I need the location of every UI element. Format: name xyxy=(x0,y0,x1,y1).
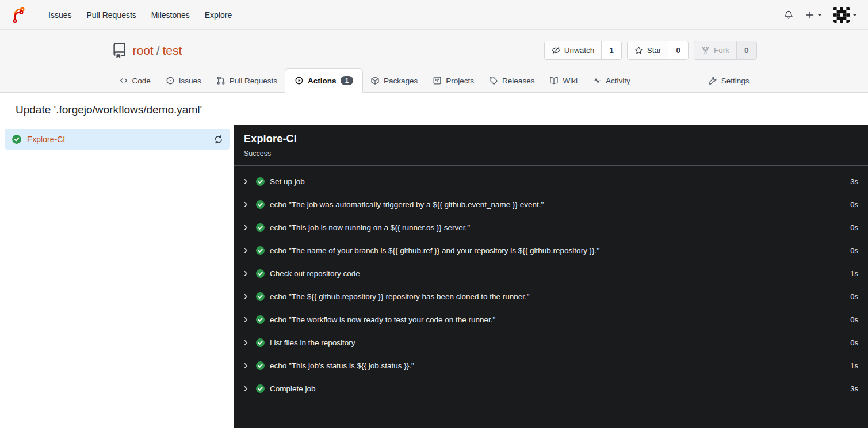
job-step-row[interactable]: echo "This job's status is ${{ job.statu… xyxy=(241,354,858,377)
plus-icon xyxy=(805,10,815,20)
step-success-check-icon xyxy=(255,361,265,371)
expand-step-chevron-icon[interactable] xyxy=(241,315,251,325)
expand-step-chevron-icon[interactable] xyxy=(241,200,251,209)
job-step-row[interactable]: Complete job 3s xyxy=(241,377,858,400)
pull-request-icon xyxy=(216,76,225,85)
job-step-row[interactable]: Set up job 3s xyxy=(241,170,858,193)
navbar-right xyxy=(783,7,857,23)
expand-step-chevron-icon[interactable] xyxy=(241,223,251,232)
step-name: echo "The workflow is now ready to test … xyxy=(270,315,495,324)
tab-pull-requests-label: Pull Requests xyxy=(230,77,277,85)
nav-item-pull-requests[interactable]: Pull Requests xyxy=(79,5,143,25)
identicon-avatar-icon xyxy=(833,7,850,23)
book-icon xyxy=(549,76,559,85)
forgejo-logo[interactable] xyxy=(11,6,28,24)
expand-step-chevron-icon[interactable] xyxy=(241,177,251,186)
step-success-check-icon xyxy=(255,223,265,232)
actions-run-view: Explore-CI Explore-CI Success xyxy=(0,125,868,428)
step-duration: 0s xyxy=(850,315,858,324)
tab-packages[interactable]: Packages xyxy=(363,69,425,92)
repo-name-link[interactable]: test xyxy=(163,44,182,58)
step-success-check-icon xyxy=(255,246,265,255)
tab-actions-label: Actions xyxy=(308,77,337,85)
unwatch-label: Unwatch xyxy=(564,46,595,55)
repo-icon xyxy=(112,43,127,58)
job-step-row[interactable]: Check out repository code 1s xyxy=(241,262,858,285)
tab-actions[interactable]: Actions 1 xyxy=(285,68,363,93)
repo-breadcrumb: root / test xyxy=(133,44,182,58)
job-step-row[interactable]: echo "The name of your branch is ${{ git… xyxy=(241,239,858,262)
tools-icon xyxy=(708,76,717,85)
tab-code[interactable]: Code xyxy=(112,69,158,92)
tab-releases[interactable]: Releases xyxy=(481,69,542,92)
step-success-check-icon xyxy=(255,200,265,209)
step-duration: 3s xyxy=(850,177,858,186)
step-duration: 3s xyxy=(850,384,858,393)
job-step-row[interactable]: List files in the repository 0s xyxy=(241,331,858,354)
step-name: Set up job xyxy=(270,177,305,186)
repo-owner-link[interactable]: root xyxy=(133,44,154,58)
expand-step-chevron-icon[interactable] xyxy=(241,269,251,279)
job-step-row[interactable]: echo "The job was automatically triggere… xyxy=(241,193,858,216)
nav-item-explore[interactable]: Explore xyxy=(197,5,239,25)
job-steps-list: Set up job 3s echo "The job was automati… xyxy=(234,166,868,400)
fork-button-group: Fork 0 xyxy=(694,41,757,60)
job-step-row[interactable]: echo "This job is now running on a ${{ r… xyxy=(241,216,858,239)
step-duration: 0s xyxy=(850,246,858,255)
step-name: Check out repository code xyxy=(270,269,360,278)
notifications-button[interactable] xyxy=(783,10,794,20)
step-success-check-icon xyxy=(255,177,265,186)
step-success-check-icon xyxy=(255,269,265,279)
forks-count[interactable]: 0 xyxy=(736,41,756,59)
star-button[interactable]: Star xyxy=(628,41,668,59)
step-name: echo "The name of your branch is ${{ git… xyxy=(270,246,599,255)
nav-item-milestones[interactable]: Milestones xyxy=(144,5,197,25)
repo-title-row: root / test Unwatch 1 xyxy=(112,30,757,68)
tag-icon xyxy=(489,76,498,85)
job-step-row[interactable]: echo "The ${{ github.repository }} repos… xyxy=(241,285,858,308)
breadcrumb-separator: / xyxy=(156,44,160,58)
tab-wiki[interactable]: Wiki xyxy=(542,69,585,92)
tab-issues-label: Issues xyxy=(179,77,201,85)
jobs-sidebar: Explore-CI xyxy=(0,125,234,428)
expand-step-chevron-icon[interactable] xyxy=(241,361,251,371)
job-step-row[interactable]: echo "The workflow is now ready to test … xyxy=(241,308,858,331)
run-title: Update '.forgejo/workflows/demo.yaml' xyxy=(16,104,859,116)
rerun-job-button[interactable] xyxy=(213,135,223,144)
tab-activity[interactable]: Activity xyxy=(585,69,638,92)
tab-projects-label: Projects xyxy=(446,77,474,85)
tab-pull-requests[interactable]: Pull Requests xyxy=(209,69,285,92)
expand-step-chevron-icon[interactable] xyxy=(241,246,251,255)
tab-issues[interactable]: Issues xyxy=(158,69,209,92)
step-success-check-icon xyxy=(255,315,265,325)
chevron-down-icon xyxy=(817,14,822,18)
pulse-icon xyxy=(592,76,602,85)
step-name: Complete job xyxy=(270,384,316,393)
watch-button-group: Unwatch 1 xyxy=(544,41,622,60)
step-success-check-icon xyxy=(255,338,265,348)
nav-item-issues[interactable]: Issues xyxy=(41,5,79,25)
create-new-button[interactable] xyxy=(805,10,822,20)
step-name: List files in the repository xyxy=(270,338,355,347)
star-button-group: Star 0 xyxy=(627,41,689,60)
expand-step-chevron-icon[interactable] xyxy=(241,384,251,394)
expand-step-chevron-icon[interactable] xyxy=(241,338,251,348)
expand-step-chevron-icon[interactable] xyxy=(241,292,251,302)
unwatch-button[interactable]: Unwatch xyxy=(545,41,602,59)
stars-count[interactable]: 0 xyxy=(668,41,688,59)
tab-wiki-label: Wiki xyxy=(563,77,578,85)
step-duration: 1s xyxy=(850,269,858,278)
star-label: Star xyxy=(647,46,661,55)
actions-count-badge: 1 xyxy=(341,76,353,85)
step-duration: 0s xyxy=(850,292,858,301)
tab-settings-label: Settings xyxy=(721,77,750,85)
fork-button[interactable]: Fork xyxy=(694,41,736,59)
job-log-panel: Explore-CI Success Set up job 3s xyxy=(234,125,868,428)
user-menu-button[interactable] xyxy=(833,7,857,23)
job-list-item-explore-ci[interactable]: Explore-CI xyxy=(5,129,230,150)
tab-code-label: Code xyxy=(132,77,151,85)
tab-settings[interactable]: Settings xyxy=(701,69,757,92)
repo-action-buttons: Unwatch 1 Star 0 xyxy=(544,41,757,60)
watchers-count[interactable]: 1 xyxy=(601,41,621,59)
tab-projects[interactable]: Projects xyxy=(425,69,481,92)
